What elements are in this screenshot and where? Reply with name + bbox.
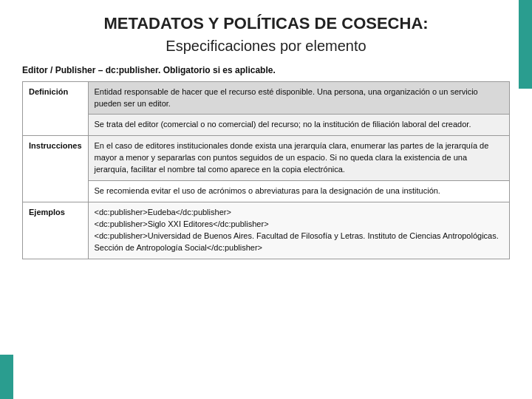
ejemplos-cell: <dc:publisher>Eudeba</dc:publisher> <dc:… — [88, 202, 509, 259]
page-container: METADATOS Y POLÍTICAS DE COSECHA: Especi… — [0, 0, 532, 399]
teal-bar-bottom — [0, 355, 13, 399]
teal-bar-top — [519, 0, 532, 89]
section-header: Editor / Publisher – dc:publisher. Oblig… — [22, 65, 510, 75]
definicion-cell-1: Entidad responsable de hacer que el recu… — [88, 81, 509, 115]
table-row: Ejemplos <dc:publisher>Eudeba</dc:publis… — [23, 202, 510, 259]
instrucciones-cell-2: Se recomienda evitar el uso de acrónimos… — [88, 181, 509, 202]
table-row: Instrucciones En el caso de editores ins… — [23, 136, 510, 181]
instrucciones-cell-1: En el caso de editores institucionales d… — [88, 136, 509, 181]
label-instrucciones: Instrucciones — [23, 136, 89, 202]
content-area: METADATOS Y POLÍTICAS DE COSECHA: Especi… — [0, 0, 532, 273]
page-title-line2: Especificaciones por elemento — [22, 38, 510, 55]
table-row: Se recomienda evitar el uso de acrónimos… — [23, 181, 510, 202]
table-row: Definición Entidad responsable de hacer … — [23, 81, 510, 115]
label-ejemplos: Ejemplos — [23, 202, 89, 259]
definicion-cell-2: Se trata del editor (comercial o no come… — [88, 115, 509, 136]
page-title-line1: METADATOS Y POLÍTICAS DE COSECHA: — [22, 13, 510, 35]
label-definicion: Definición — [23, 81, 89, 136]
table-row: Se trata del editor (comercial o no come… — [23, 115, 510, 136]
metadata-table: Definición Entidad responsable de hacer … — [22, 81, 510, 259]
